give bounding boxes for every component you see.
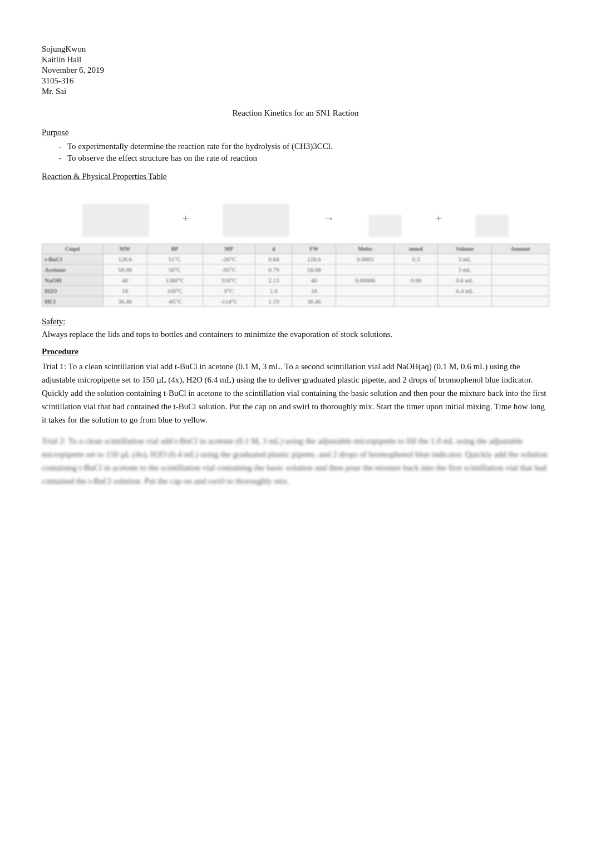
physical-properties-table: Cmpd MW BP MP d FW Moles mmol Volume Amo… [42, 244, 549, 307]
reaction-table-heading: Reaction & Physical Properties Table [42, 172, 549, 181]
trial-2-paragraph: Trial 2: To a clean scintillation vial a… [42, 434, 549, 488]
row-label-2: Acetone [42, 265, 104, 275]
reaction-arrow: → [323, 211, 335, 226]
row-label-3: NaOH [42, 275, 104, 286]
col-header-volume: Volume [438, 244, 492, 254]
table-row: t-BuCl 128.6 51°C -26°C 0.84 128.6 0.000… [42, 254, 549, 265]
col-header-mp: MP [203, 244, 255, 254]
table-area: + → + Cmpd MW BP MP d FW Moles mmol Volu… [42, 187, 549, 307]
partner-name: Kaitlin Hall [42, 55, 549, 65]
safety-text: Always replace the lids and tops to bott… [42, 330, 549, 339]
table-row: NaOH 40 1388°C 318°C 2.13 40 0.00006 0.0… [42, 275, 549, 286]
reactant-structure-1 [82, 204, 149, 237]
procedure-heading: Procedure [42, 347, 78, 356]
plus-sign-2: + [435, 211, 442, 226]
course-number: 3105-316 [42, 76, 549, 86]
table-row: H2O 18 100°C 0°C 1.0 18 6.4 mL [42, 286, 549, 296]
product-structure-1 [368, 215, 402, 237]
col-header-mw: MW [103, 244, 147, 254]
table-row: Acetone 58.08 56°C -95°C 0.79 58.08 3 mL [42, 265, 549, 275]
title-text: Reaction Kinetics for an SN1 Raction [232, 108, 358, 117]
col-header-bp: BP [147, 244, 203, 254]
procedure-section: Procedure Trial 1: To a clean scintillat… [42, 347, 549, 488]
safety-heading: Safety: [42, 317, 549, 326]
product-structure-2 [475, 215, 509, 237]
reactant-structure-2 [223, 204, 289, 237]
col-header-d: d [255, 244, 292, 254]
col-header-fw: FW [292, 244, 336, 254]
purpose-list: To experimentally determine the reaction… [58, 142, 549, 163]
col-header-cmpd: Cmpd [42, 244, 104, 254]
document-title: Reaction Kinetics for an SN1 Raction [42, 108, 549, 118]
purpose-section: Purpose To experimentally determine the … [42, 128, 549, 163]
col-header-amount: Amount [491, 244, 549, 254]
col-header-mmol: mmol [394, 244, 437, 254]
col-header-moles: Moles [336, 244, 395, 254]
purpose-item-2: To observe the effect structure has on t… [58, 153, 549, 163]
header-block: SojungKwon Kaitlin Hall November 6, 2019… [42, 44, 549, 96]
row-label-1: t-BuCl [42, 254, 104, 265]
chemical-structures: + → + [42, 187, 549, 237]
purpose-heading: Purpose [42, 128, 549, 137]
row-label-5: HCl [42, 296, 104, 307]
row-label-4: H2O [42, 286, 104, 296]
date: November 6, 2019 [42, 66, 549, 75]
author-name: SojungKwon [42, 44, 549, 54]
plus-sign: + [183, 211, 189, 226]
safety-section: Safety: Always replace the lids and tops… [42, 317, 549, 339]
instructor-name: Mr. Sai [42, 87, 549, 96]
trial-1-paragraph: Trial 1: To a clean scintillation vial a… [42, 360, 549, 426]
table-row: HCl 36.46 -85°C -114°C 1.19 36.46 [42, 296, 549, 307]
purpose-item-1: To experimentally determine the reaction… [58, 142, 549, 151]
